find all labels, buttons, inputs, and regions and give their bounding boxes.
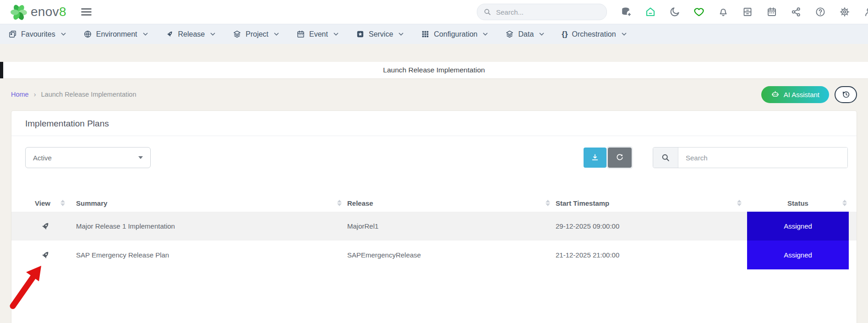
global-search-input[interactable] xyxy=(495,8,600,16)
heart-icon[interactable] xyxy=(693,6,704,17)
nav-label: Service xyxy=(369,30,393,38)
nav-item-service[interactable]: Service xyxy=(356,30,404,38)
ai-assistant-button[interactable]: AI Assistant xyxy=(761,86,829,103)
status-badge: Assigned xyxy=(747,212,849,241)
implementation-plans-panel: Implementation Plans Active xyxy=(11,110,857,323)
cell-start-timestamp: 21-12-2025 21:00:00 xyxy=(556,251,747,259)
spacer xyxy=(0,44,868,62)
download-button[interactable] xyxy=(584,148,606,168)
enov8-flower-icon xyxy=(10,3,27,21)
sort-icons xyxy=(337,200,342,206)
table-row: Major Release 1 Implementation MajorRel1… xyxy=(11,212,857,241)
nav-item-release[interactable]: Release xyxy=(165,30,216,38)
bell-icon[interactable] xyxy=(718,6,729,17)
chevron-down-icon xyxy=(210,33,215,36)
select-caret-icon xyxy=(138,156,143,159)
home-icon[interactable] xyxy=(645,6,656,17)
download-icon xyxy=(590,153,600,162)
chevron-down-icon xyxy=(483,33,488,36)
breadcrumb-row: Home › Launch Release Implementation AI … xyxy=(0,78,868,110)
history-icon xyxy=(841,90,851,99)
project-icon xyxy=(233,30,241,38)
archive-icon[interactable] xyxy=(742,6,753,17)
table-search-icon xyxy=(653,148,678,168)
ai-assistant-label: AI Assistant xyxy=(784,91,819,99)
chevron-down-icon xyxy=(274,33,279,36)
column-header-status[interactable]: Status xyxy=(747,199,849,207)
chevron-down-icon xyxy=(61,33,66,36)
database-add-icon[interactable] xyxy=(621,6,632,17)
breadcrumb-separator: › xyxy=(34,91,36,98)
title-accent-bar xyxy=(0,62,3,78)
refresh-button[interactable] xyxy=(608,148,632,168)
release-rocket-icon xyxy=(165,30,174,38)
chevron-down-icon xyxy=(622,33,627,36)
nav-label: Data xyxy=(518,30,534,38)
history-button[interactable] xyxy=(835,86,857,103)
environment-icon xyxy=(83,30,92,38)
orchestration-braces-icon: {} xyxy=(562,30,568,38)
chevron-down-icon xyxy=(399,33,404,36)
sort-icons xyxy=(737,200,742,206)
status-filter-value: Active xyxy=(33,154,52,162)
column-header-view[interactable]: View xyxy=(11,199,76,207)
favourites-icon xyxy=(8,30,17,38)
event-calendar-icon xyxy=(296,30,305,38)
share-icon[interactable] xyxy=(791,6,802,17)
nav-item-orchestration[interactable]: {} Orchestration xyxy=(562,30,626,38)
column-header-release[interactable]: Release xyxy=(347,199,556,207)
page-title: Launch Release Implementation xyxy=(383,66,485,74)
status-filter-select[interactable]: Active xyxy=(25,147,151,168)
top-header: enov8 xyxy=(0,0,868,24)
cell-release: MajorRel1 xyxy=(347,222,556,230)
global-search xyxy=(477,4,607,20)
settings-icon[interactable] xyxy=(839,6,850,17)
panel-title: Implementation Plans xyxy=(11,111,857,136)
sort-icons xyxy=(842,200,847,206)
view-rocket-button[interactable] xyxy=(40,221,51,232)
sort-icons xyxy=(60,200,65,206)
nav-item-environment[interactable]: Environment xyxy=(83,30,148,38)
table-search xyxy=(653,147,848,168)
search-icon xyxy=(484,8,491,16)
column-header-summary[interactable]: Summary xyxy=(76,199,347,207)
nav-label: Project xyxy=(246,30,268,38)
table-controls: Active xyxy=(11,136,857,168)
nav-item-data[interactable]: Data xyxy=(505,30,544,38)
nav-label: Orchestration xyxy=(572,30,616,38)
nav-label: Event xyxy=(309,30,328,38)
view-rocket-button[interactable] xyxy=(40,250,51,261)
page-actions: AI Assistant xyxy=(761,86,857,103)
table-search-input[interactable] xyxy=(678,148,847,168)
cell-summary: Major Release 1 Implementation xyxy=(76,222,347,230)
nav-item-event[interactable]: Event xyxy=(296,30,338,38)
table-row: SAP Emergency Release Plan SAPEmergencyR… xyxy=(11,241,857,269)
breadcrumb-home-link[interactable]: Home xyxy=(11,91,29,98)
table-header-row: View Summary Release Start Timestamp Sta… xyxy=(11,194,857,212)
nav-item-configuration[interactable]: Configuration xyxy=(421,30,488,38)
service-badge-icon xyxy=(356,30,365,38)
calendar-icon[interactable] xyxy=(766,6,777,17)
menu-icon[interactable] xyxy=(80,7,93,17)
help-icon[interactable] xyxy=(815,6,826,17)
breadcrumb-current: Launch Release Implementation xyxy=(41,91,136,98)
user-icon[interactable] xyxy=(863,6,868,17)
nav-item-project[interactable]: Project xyxy=(233,30,279,38)
chevron-down-icon xyxy=(143,33,148,36)
chevron-down-icon xyxy=(539,33,544,36)
column-header-start-timestamp[interactable]: Start Timestamp xyxy=(556,199,747,207)
cell-start-timestamp: 29-12-2025 09:00:00 xyxy=(556,222,747,230)
brand-logo[interactable]: enov8 xyxy=(10,3,66,21)
status-badge: Assigned xyxy=(747,241,849,269)
cell-release: SAPEmergencyRelease xyxy=(347,251,556,259)
configuration-grid-icon xyxy=(421,30,430,38)
moon-icon[interactable] xyxy=(669,6,680,17)
sort-icons xyxy=(546,200,550,206)
breadcrumb: Home › Launch Release Implementation xyxy=(11,91,136,98)
nav-item-favourites[interactable]: Favourites xyxy=(8,30,66,38)
nav-label: Release xyxy=(178,30,205,38)
implementation-plans-table: View Summary Release Start Timestamp Sta… xyxy=(11,194,857,269)
cell-summary: SAP Emergency Release Plan xyxy=(76,251,347,259)
main-nav: Favourites Environment Release xyxy=(0,24,868,44)
chevron-down-icon xyxy=(333,33,338,36)
